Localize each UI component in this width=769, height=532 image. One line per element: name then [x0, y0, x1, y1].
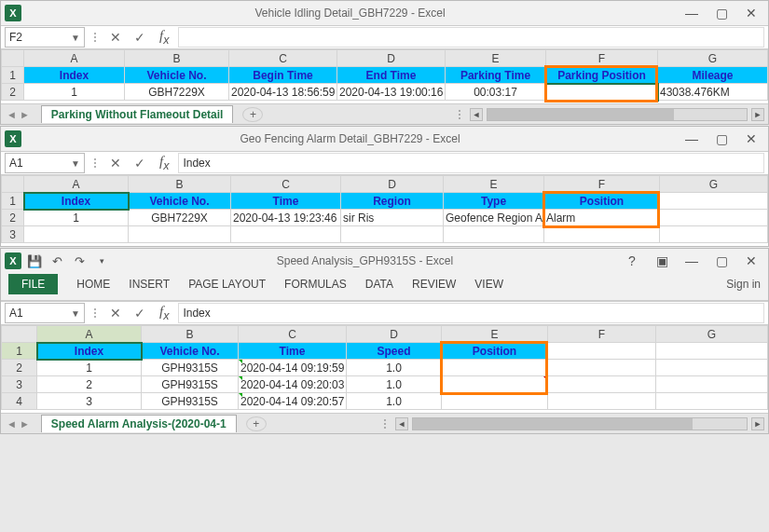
cell[interactable]: [442, 376, 548, 393]
cell[interactable]: [548, 376, 656, 393]
fx-icon[interactable]: fx: [154, 304, 174, 322]
header-cell[interactable]: [548, 343, 656, 360]
grid[interactable]: A B C D E F G 1 Index Vehicle No. Time R…: [1, 175, 768, 246]
add-sheet-button[interactable]: +: [246, 416, 267, 431]
tab-view[interactable]: VIEW: [474, 278, 503, 291]
formula-input[interactable]: [178, 27, 764, 48]
cell[interactable]: GPH9315S: [142, 393, 239, 410]
cancel-formula-button[interactable]: ✕: [105, 153, 126, 173]
cell[interactable]: [656, 360, 768, 376]
row-header[interactable]: 2: [2, 84, 24, 101]
header-cell[interactable]: Parking Time: [446, 67, 546, 84]
sign-in-link[interactable]: Sign in: [726, 278, 761, 291]
tab-data[interactable]: DATA: [365, 278, 393, 291]
cell[interactable]: [660, 210, 768, 226]
enter-formula-button[interactable]: ✓: [130, 303, 150, 323]
redo-icon[interactable]: ↷: [70, 252, 89, 270]
cell[interactable]: [444, 226, 544, 243]
cell[interactable]: [442, 393, 548, 410]
header-cell[interactable]: [660, 193, 768, 210]
close-button[interactable]: ✕: [738, 4, 764, 22]
scroll-left-button[interactable]: ◄: [470, 108, 483, 121]
formula-input[interactable]: Index: [178, 303, 764, 323]
col-header[interactable]: G: [660, 176, 768, 193]
col-header[interactable]: B: [142, 326, 239, 343]
close-button[interactable]: ✕: [738, 252, 764, 270]
header-cell[interactable]: Mileage: [658, 67, 768, 84]
scroll-right-button[interactable]: ►: [751, 417, 764, 430]
name-box[interactable]: A1 ▼: [5, 303, 85, 323]
col-header[interactable]: C: [231, 176, 341, 193]
fx-icon[interactable]: fx: [154, 154, 174, 172]
header-cell[interactable]: Speed: [347, 343, 442, 360]
row-header[interactable]: 3: [2, 226, 24, 243]
col-header[interactable]: E: [446, 50, 546, 67]
col-header[interactable]: C: [239, 326, 347, 343]
cell[interactable]: 2: [37, 376, 142, 393]
cell[interactable]: 43038.476KM: [658, 84, 768, 101]
hscroll-thumb[interactable]: [413, 418, 693, 430]
sheet-tab-active[interactable]: Parking Without Flameout Detail: [41, 105, 234, 123]
cancel-formula-button[interactable]: ✕: [105, 27, 126, 48]
hscroll-track[interactable]: [487, 108, 748, 121]
enter-formula-button[interactable]: ✓: [130, 27, 150, 48]
cell[interactable]: [548, 360, 656, 376]
formula-input[interactable]: Index: [178, 153, 764, 173]
header-cell[interactable]: Vehicle No.: [142, 343, 239, 360]
chevron-down-icon[interactable]: ▼: [71, 308, 80, 319]
scroll-left-button[interactable]: ◄: [395, 417, 408, 430]
col-header[interactable]: B: [129, 176, 231, 193]
cell[interactable]: 00:03:17: [446, 84, 546, 101]
tab-insert[interactable]: INSERT: [129, 278, 170, 291]
header-cell-selected[interactable]: Index: [37, 343, 142, 360]
grid[interactable]: A B C D E F G 1 Index Vehicle No. Begin …: [1, 49, 768, 103]
close-button[interactable]: ✕: [738, 130, 764, 148]
minimize-button[interactable]: —: [679, 130, 705, 148]
header-cell[interactable]: [656, 343, 768, 360]
col-header-selected[interactable]: A: [37, 326, 142, 343]
undo-icon[interactable]: ↶: [48, 252, 66, 270]
header-cell[interactable]: Type: [444, 193, 544, 210]
cell[interactable]: GBH7229X: [125, 84, 229, 101]
row-header[interactable]: 1: [2, 343, 37, 360]
ribbon-display-button[interactable]: ▣: [649, 252, 675, 270]
cell[interactable]: 1: [24, 84, 125, 101]
cell[interactable]: 1.0: [347, 360, 442, 376]
cell[interactable]: Alarm: [544, 210, 660, 226]
qat-customize-icon[interactable]: ▾: [92, 252, 111, 270]
header-cell[interactable]: Begin Time: [229, 67, 337, 84]
row-header[interactable]: 4: [2, 393, 37, 410]
tab-formulas[interactable]: FORMULAS: [284, 278, 347, 291]
cell[interactable]: [660, 226, 768, 243]
header-cell[interactable]: Time: [231, 193, 341, 210]
header-cell[interactable]: Time: [239, 343, 347, 360]
name-box[interactable]: A1 ▼: [5, 153, 85, 173]
enter-formula-button[interactable]: ✓: [130, 153, 150, 173]
tab-review[interactable]: REVIEW: [412, 278, 456, 291]
cell[interactable]: 2020-04-13 19:00:16: [337, 84, 446, 101]
cell-selected[interactable]: [546, 84, 658, 101]
cell[interactable]: GPH9315S: [142, 376, 239, 393]
cell[interactable]: sir Ris: [341, 210, 444, 226]
cell[interactable]: Geofence Region Alarm: [444, 210, 544, 226]
cell[interactable]: 1.0: [347, 376, 442, 393]
maximize-button[interactable]: ▢: [708, 4, 735, 22]
header-cell-selected[interactable]: Index: [24, 193, 129, 210]
col-header[interactable]: G: [658, 50, 768, 67]
cell[interactable]: GPH9315S: [142, 360, 239, 376]
col-header[interactable]: D: [347, 326, 442, 343]
minimize-button[interactable]: —: [679, 252, 705, 270]
cell[interactable]: 3: [37, 393, 142, 410]
col-header[interactable]: F: [546, 50, 658, 67]
row-header[interactable]: 1: [2, 67, 24, 84]
header-cell[interactable]: Vehicle No.: [129, 193, 231, 210]
header-cell[interactable]: Index: [24, 67, 125, 84]
header-cell[interactable]: Position: [442, 343, 548, 360]
col-header[interactable]: D: [341, 176, 444, 193]
sheet-tab-active[interactable]: Speed Alarm Analysis-(2020-04-1: [41, 415, 237, 432]
col-header[interactable]: A: [24, 50, 125, 67]
sheet-nav[interactable]: ◄ ►: [1, 418, 35, 430]
cell[interactable]: [442, 360, 548, 376]
cancel-formula-button[interactable]: ✕: [105, 303, 126, 323]
select-all-button[interactable]: [2, 326, 37, 343]
